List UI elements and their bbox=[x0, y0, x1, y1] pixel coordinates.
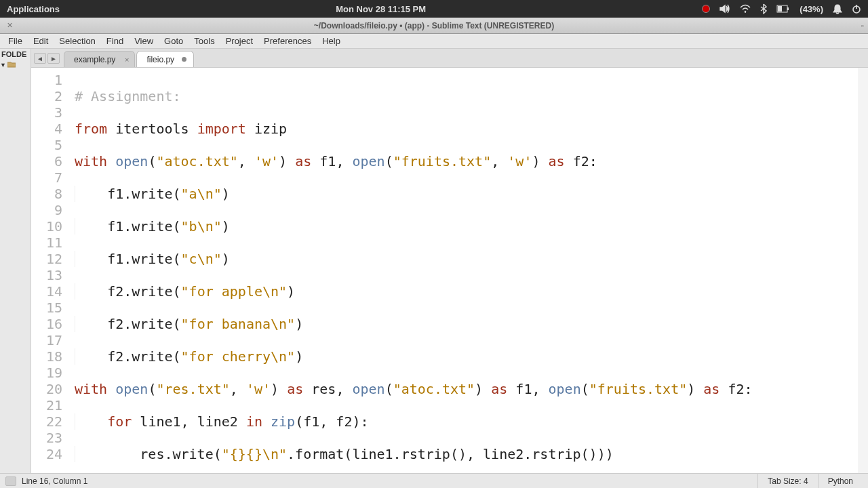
applications-menu[interactable]: Applications bbox=[7, 4, 60, 14]
menu-bar: File Edit Selection Find View Goto Tools… bbox=[0, 34, 868, 49]
tab-size-selector[interactable]: Tab Size: 4 bbox=[757, 474, 817, 488]
line-number-gutter: 123 456 789 101112 131415 161718 192021 … bbox=[31, 68, 69, 473]
menu-help[interactable]: Help bbox=[317, 35, 346, 47]
window-close-button[interactable]: ✕ bbox=[4, 20, 15, 31]
menu-goto[interactable]: Goto bbox=[159, 35, 189, 47]
svg-rect-3 bbox=[778, 6, 782, 12]
sidebar-heading: FOLDE bbox=[0, 49, 31, 60]
editor-area: ◄ ► example.py × fileio.py 123 456 789 1… bbox=[31, 49, 868, 473]
system-top-bar: Applications Mon Nov 28 11:15 PM (43%) bbox=[0, 0, 868, 18]
screen-record-icon[interactable] bbox=[702, 5, 710, 13]
menu-tools[interactable]: Tools bbox=[189, 35, 220, 47]
status-bar: Line 16, Column 1 Tab Size: 4 Python bbox=[0, 473, 868, 488]
battery-icon[interactable] bbox=[776, 5, 790, 13]
svg-rect-2 bbox=[787, 7, 789, 10]
menu-selection[interactable]: Selection bbox=[54, 35, 100, 47]
code-editor[interactable]: 123 456 789 101112 131415 161718 192021 … bbox=[31, 68, 868, 473]
volume-icon[interactable] bbox=[719, 4, 730, 14]
menu-file[interactable]: File bbox=[3, 35, 28, 47]
window-title-bar: ✕ ~/Downloads/fileio.py • (app) - Sublim… bbox=[0, 18, 868, 34]
folder-sidebar[interactable]: FOLDE ▼ bbox=[0, 49, 31, 473]
folder-expand-icon[interactable]: ▼ bbox=[0, 62, 6, 68]
folder-icon bbox=[7, 61, 16, 69]
tab-fileio-py[interactable]: fileio.py bbox=[136, 51, 194, 67]
tab-example-py[interactable]: example.py × bbox=[64, 51, 135, 67]
menu-edit[interactable]: Edit bbox=[28, 35, 54, 47]
tab-label: fileio.py bbox=[146, 55, 174, 64]
tab-strip: example.py × fileio.py bbox=[31, 49, 868, 68]
tab-close-icon[interactable]: × bbox=[125, 56, 129, 64]
notification-icon[interactable] bbox=[833, 3, 842, 14]
tab-history-forward[interactable]: ► bbox=[47, 53, 60, 64]
menu-preferences[interactable]: Preferences bbox=[258, 35, 317, 47]
bluetooth-icon[interactable] bbox=[760, 3, 767, 14]
svg-point-0 bbox=[745, 12, 746, 13]
console-toggle-button[interactable] bbox=[5, 476, 16, 486]
cursor-position: Line 16, Column 1 bbox=[22, 476, 87, 486]
menu-project[interactable]: Project bbox=[220, 35, 258, 47]
system-clock: Mon Nov 28 11:15 PM bbox=[60, 4, 702, 14]
minimap[interactable] bbox=[859, 68, 868, 473]
wifi-icon[interactable] bbox=[740, 4, 751, 14]
window-maximize-button[interactable]: ▫ bbox=[861, 21, 864, 30]
menu-view[interactable]: View bbox=[129, 35, 159, 47]
window-title: ~/Downloads/fileio.py • (app) - Sublime … bbox=[0, 21, 868, 30]
tab-history-back[interactable]: ◄ bbox=[34, 53, 46, 64]
sidebar-folder-item[interactable]: ▼ bbox=[0, 60, 31, 70]
battery-percent: (43%) bbox=[800, 4, 823, 14]
syntax-selector[interactable]: Python bbox=[818, 474, 863, 488]
tab-dirty-icon bbox=[182, 57, 186, 62]
menu-find[interactable]: Find bbox=[101, 35, 129, 47]
power-icon[interactable] bbox=[852, 4, 861, 14]
tab-label: example.py bbox=[74, 55, 115, 64]
code-content[interactable]: # Assignment: from itertools import izip… bbox=[69, 68, 859, 473]
